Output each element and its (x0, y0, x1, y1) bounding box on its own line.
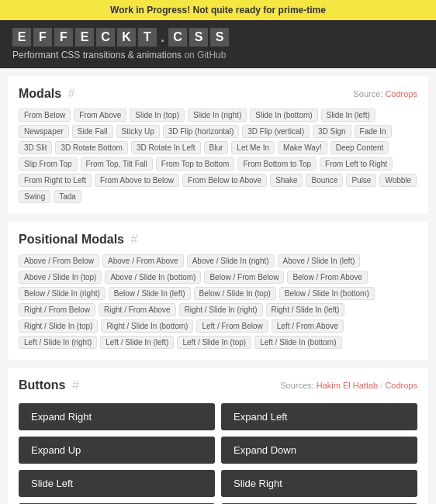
modals-tag[interactable]: Tada (54, 190, 81, 203)
modals-title: Modals # (19, 87, 74, 101)
logo-letter-k: K (117, 28, 136, 47)
modals-tag[interactable]: 3D Flip (horizontal) (163, 125, 239, 138)
modals-tag[interactable]: Slide In (top) (130, 109, 185, 122)
buttons-sources: Sources: Hakim El Hattab / Codrops (280, 381, 417, 390)
modals-tag[interactable]: From Below to Above (182, 174, 267, 187)
logo-s2: S (210, 28, 229, 47)
demo-button-expand-up[interactable]: Expand Up (19, 437, 215, 464)
logo-letter-f2: F (54, 28, 73, 47)
demo-button-slide-left[interactable]: Slide Left (19, 470, 215, 497)
positional-tags: Above / From BelowAbove / From AboveAbov… (19, 254, 417, 349)
modals-tag[interactable]: Let Me In (231, 141, 275, 154)
modals-tag[interactable]: 3D Slit (19, 141, 52, 154)
logo-letter-f1: F (33, 28, 52, 47)
modals-tag[interactable]: From Bottom to Top (237, 157, 317, 171)
modals-tag[interactable]: From Right to Left (19, 174, 92, 187)
modals-tag[interactable]: 3D Flip (vertical) (242, 125, 310, 138)
positional-tag[interactable]: Left / Slide In (right) (19, 336, 97, 349)
modals-tag[interactable]: Slide In (bottom) (250, 109, 317, 122)
modals-tag[interactable]: Shake (270, 174, 303, 187)
source-hakim[interactable]: Hakim El Hattab (317, 381, 378, 390)
site-header: E F F E C K T . C S S Performant CSS tra… (0, 20, 436, 68)
logo-letter-e: E (12, 28, 31, 47)
tagline-text: Performant CSS transitions & animations (12, 50, 182, 60)
modals-tag[interactable]: Wobble (379, 174, 417, 187)
positional-tag[interactable]: Left / Slide In (top) (177, 336, 251, 349)
modals-tag[interactable]: Sticky Up (116, 125, 160, 138)
modals-tag[interactable]: 3D Sign (313, 125, 351, 138)
modals-tag[interactable]: From Top to Bottom (156, 157, 235, 171)
positional-tag[interactable]: Right / Slide In (bottom) (101, 319, 193, 333)
tagline: Performant CSS transitions & animations … (12, 50, 424, 60)
logo-c: C (168, 28, 187, 47)
demo-button-expand-right[interactable]: Expand Right (19, 403, 215, 430)
positional-tag[interactable]: Below / Slide In (bottom) (279, 287, 375, 300)
modals-tag[interactable]: Slide In (right) (188, 109, 247, 122)
positional-tag[interactable]: Below / From Below (204, 271, 284, 284)
buttons-section: Buttons # Sources: Hakim El Hattab / Cod… (8, 368, 428, 504)
modals-tag[interactable]: From Above (74, 109, 126, 122)
buttons-grid: Expand RightExpand LeftExpand UpExpand D… (19, 403, 417, 504)
modals-tag[interactable]: From Below (19, 109, 71, 122)
positional-tag[interactable]: Right / Slide In (right) (179, 303, 263, 316)
github-link[interactable]: on GitHub (184, 50, 226, 60)
positional-tag[interactable]: Left / From Above (272, 319, 344, 333)
modals-tag[interactable]: 3D Rotate Bottom (55, 141, 127, 154)
positional-tag[interactable]: Right / From Below (19, 303, 95, 316)
logo-dot: . (159, 29, 166, 46)
positional-tag[interactable]: Below / Slide In (left) (109, 287, 191, 300)
modals-tag[interactable]: Blur (204, 141, 229, 154)
modals-tag[interactable]: 3D Rotate In Left (131, 141, 201, 154)
modals-tag[interactable]: Side Fall (72, 125, 113, 138)
positional-header: Positional Modals # (19, 233, 417, 247)
demo-button-expand-left[interactable]: Expand Left (221, 403, 417, 430)
modals-tag[interactable]: Pulse (346, 174, 376, 187)
buttons-header: Buttons # Sources: Hakim El Hattab / Cod… (19, 378, 417, 392)
modals-tag[interactable]: Fade In (355, 125, 392, 138)
positional-tag[interactable]: Right / Slide In (left) (266, 303, 345, 316)
positional-tag[interactable]: Below / Slide In (right) (19, 287, 106, 300)
modals-source-link[interactable]: Codrops (385, 89, 417, 98)
top-banner: Work in Progress! Not quite ready for pr… (0, 0, 436, 20)
logo-s1: S (189, 28, 208, 47)
modals-tag[interactable]: Deep Content (330, 141, 389, 154)
modals-tag[interactable]: Slip From Top (19, 157, 78, 171)
banner-text: Work in Progress! Not quite ready for pr… (110, 5, 326, 16)
positional-tag[interactable]: Above / Slide In (bottom) (105, 271, 201, 284)
modals-tag[interactable]: Swing (19, 190, 50, 203)
modals-source: Source: Codrops (353, 89, 417, 98)
positional-tag[interactable]: Left / Slide In (left) (100, 336, 174, 349)
demo-button-expand-down[interactable]: Expand Down (221, 437, 417, 464)
modals-tag[interactable]: From Left to Right (320, 157, 393, 171)
modals-tag[interactable]: From Top, Tilt Fall (81, 157, 153, 171)
modals-tag[interactable]: Make Way! (278, 141, 327, 154)
positional-title: Positional Modals # (19, 233, 137, 247)
modals-tag[interactable]: Bounce (306, 174, 343, 187)
logo-letter-t: T (138, 28, 157, 47)
modals-header: Modals # Source: Codrops (19, 87, 417, 101)
positional-tag[interactable]: Right / Slide In (top) (19, 319, 98, 333)
logo: E F F E C K T . C S S (12, 28, 424, 47)
modals-tag[interactable]: From Above to Below (95, 174, 179, 187)
logo-letter-e2: E (75, 28, 94, 47)
source-codrops[interactable]: Codrops (385, 381, 417, 390)
modals-tags: From BelowFrom AboveSlide In (top)Slide … (19, 109, 417, 203)
positional-section: Positional Modals # Above / From BelowAb… (8, 222, 428, 360)
modals-tag[interactable]: Slide In (left) (321, 109, 375, 122)
positional-tag[interactable]: Below / Slide In (top) (194, 287, 276, 300)
buttons-title: Buttons # (19, 378, 79, 392)
positional-tag[interactable]: Above / Slide In (left) (278, 254, 361, 268)
positional-tag[interactable]: Above / From Above (102, 254, 184, 268)
logo-letter-c: C (96, 28, 115, 47)
positional-tag[interactable]: Above / Slide In (top) (19, 271, 102, 284)
positional-tag[interactable]: Right / From Above (99, 303, 176, 316)
positional-tag[interactable]: Left / From Below (196, 319, 268, 333)
positional-tag[interactable]: Above / From Below (19, 254, 99, 268)
demo-button-slide-right[interactable]: Slide Right (221, 470, 417, 497)
positional-tag[interactable]: Above / Slide In (right) (187, 254, 275, 268)
modals-tag[interactable]: Newspaper (19, 125, 69, 138)
modals-section: Modals # Source: Codrops From BelowFrom … (8, 76, 428, 214)
positional-tag[interactable]: Below / From Above (287, 271, 367, 284)
positional-tag[interactable]: Left / Slide In (bottom) (254, 336, 341, 349)
